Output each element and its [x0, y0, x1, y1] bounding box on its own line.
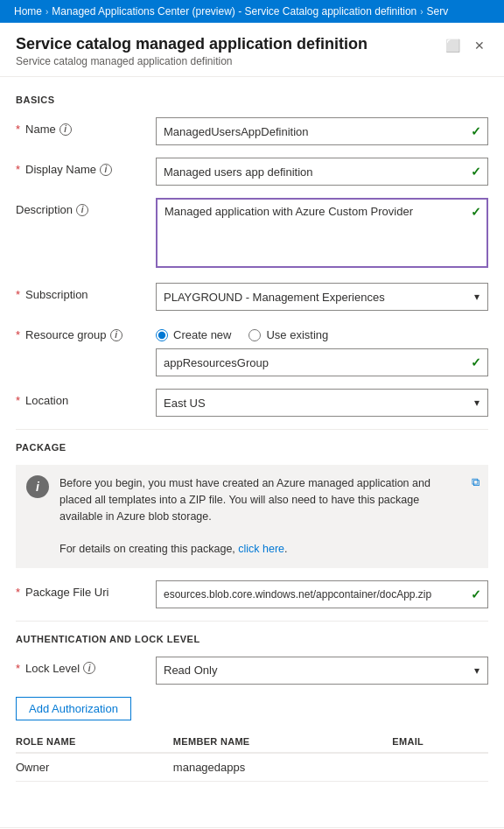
- subscription-row: * Subscription PLAYGROUND - Management E…: [16, 283, 488, 311]
- page-title: Service catalog managed application defi…: [16, 35, 368, 53]
- name-input[interactable]: [156, 117, 488, 145]
- breadcrumb-sep2: ›: [420, 7, 423, 17]
- col-email: EMAIL: [374, 731, 488, 753]
- name-row: * Name i ✓: [16, 117, 488, 145]
- breadcrumb: Home › Managed Applications Center (prev…: [0, 0, 504, 23]
- breadcrumb-sep1: ›: [46, 7, 48, 17]
- divider-basics-package: [16, 429, 488, 430]
- description-label: Description i: [16, 198, 156, 216]
- pkg-check-icon: ✓: [471, 587, 481, 601]
- info-box-click-here-link[interactable]: click here: [238, 543, 284, 555]
- package-section-title: PACKAGE: [16, 442, 488, 453]
- col-role-name: ROLE NAME: [16, 731, 156, 753]
- package-info-box: i Before you begin, you must have create…: [16, 465, 488, 568]
- rg-required: *: [16, 328, 20, 341]
- rg-check-icon: ✓: [471, 355, 481, 369]
- breadcrumb-managed-apps[interactable]: Managed Applications Center (preview) - …: [52, 5, 416, 18]
- auth-table-header: ROLE NAME MEMBER NAME EMAIL: [16, 731, 488, 753]
- lock-info-icon[interactable]: i: [83, 662, 95, 674]
- auth-table-body: Owner managedapps: [16, 753, 488, 782]
- member-name-cell: managedapps: [156, 753, 374, 782]
- lock-level-row: * Lock Level i Read Only: [16, 657, 488, 685]
- subscription-select[interactable]: PLAYGROUND - Management Experiences: [156, 283, 488, 311]
- basics-section-title: BASICS: [16, 95, 488, 105]
- resource-group-label: * Resource group i: [16, 323, 156, 341]
- lock-required: *: [16, 662, 20, 675]
- description-row: Description i Managed application with A…: [16, 198, 488, 270]
- lock-level-select[interactable]: Read Only: [156, 657, 488, 685]
- authorization-table: ROLE NAME MEMBER NAME EMAIL Owner manage…: [16, 731, 488, 782]
- radio-use-existing-input[interactable]: [248, 329, 261, 341]
- display-name-input[interactable]: [156, 158, 488, 186]
- form-container: BASICS * Name i ✓ * Display Name i ✓: [0, 77, 504, 827]
- display-name-required: *: [16, 163, 20, 176]
- email-cell: [374, 753, 488, 782]
- page-subtitle: Service catalog managed application defi…: [16, 55, 368, 67]
- table-row: Owner managedapps: [16, 753, 488, 782]
- radio-use-existing[interactable]: Use existing: [248, 328, 328, 341]
- close-button[interactable]: ✕: [471, 37, 488, 54]
- location-required: *: [16, 394, 20, 407]
- resource-group-row: * Resource group i Create new Use existi…: [16, 323, 488, 376]
- description-check-icon: ✓: [471, 205, 481, 219]
- display-name-label: * Display Name i: [16, 158, 156, 176]
- display-name-row: * Display Name i ✓: [16, 158, 488, 186]
- col-member-name: MEMBER NAME: [156, 731, 374, 753]
- subscription-required: *: [16, 288, 20, 301]
- info-box-text1: Before you begin, you must have created …: [60, 477, 430, 523]
- name-info-icon[interactable]: i: [60, 123, 72, 136]
- resource-group-input[interactable]: [156, 348, 488, 376]
- divider-package-auth: [16, 621, 488, 622]
- info-box-icon: i: [26, 475, 49, 498]
- pkg-required: *: [16, 586, 20, 599]
- radio-create-new[interactable]: Create new: [156, 328, 231, 341]
- description-info-icon[interactable]: i: [76, 204, 88, 216]
- lock-level-label: * Lock Level i: [16, 657, 156, 675]
- subscription-label: * Subscription: [16, 283, 156, 301]
- radio-create-new-input[interactable]: [156, 329, 168, 341]
- name-check-icon: ✓: [471, 124, 481, 138]
- display-name-info-icon[interactable]: i: [100, 164, 112, 176]
- location-row: * Location East US: [16, 389, 488, 417]
- package-file-uri-label: * Package File Uri: [16, 580, 156, 599]
- location-select[interactable]: East US: [156, 389, 488, 417]
- name-required: *: [16, 123, 20, 136]
- package-file-uri-row: * Package File Uri ✓: [16, 580, 488, 608]
- package-file-uri-input[interactable]: [156, 580, 488, 608]
- resize-button[interactable]: ⬜: [442, 37, 464, 54]
- rg-info-icon[interactable]: i: [110, 329, 122, 341]
- breadcrumb-home[interactable]: Home: [14, 5, 42, 18]
- breadcrumb-current: Serv: [427, 5, 449, 18]
- auth-section-title: AUTHENTICATION AND LOCK LEVEL: [16, 634, 488, 644]
- resource-group-radio-group: Create new Use existing: [156, 323, 488, 341]
- info-box-text2: For details on creating this package,: [60, 543, 238, 555]
- description-textarea[interactable]: Managed application with Azure Custom Pr…: [156, 198, 488, 268]
- page-header: Service catalog managed application defi…: [0, 23, 504, 77]
- location-label: * Location: [16, 389, 156, 407]
- display-name-check-icon: ✓: [471, 165, 481, 179]
- role-name-cell: Owner: [16, 753, 156, 782]
- external-link-icon[interactable]: ⧉: [472, 474, 480, 491]
- name-label: * Name i: [16, 117, 156, 136]
- add-authorization-button[interactable]: Add Authorization: [16, 697, 131, 720]
